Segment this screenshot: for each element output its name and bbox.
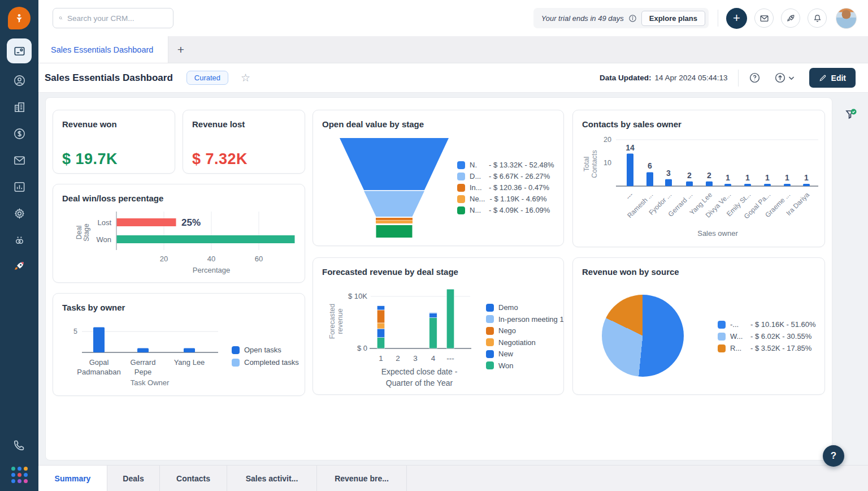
legend-value: - $ 10.16K - 51.60%: [750, 320, 816, 329]
svg-text:1: 1: [785, 173, 789, 182]
tab-sales-activities[interactable]: Sales activit...: [227, 466, 317, 491]
legend-value: - $ 4.09K - 16.09%: [489, 206, 550, 214]
legend-item[interactable]: -...- $ 10.16K - 51.60%: [718, 320, 816, 329]
email-button[interactable]: [754, 8, 774, 28]
tab-revenue-breakdown[interactable]: Revenue bre...: [317, 466, 407, 491]
legend-item[interactable]: In...- $ 120.36 - 0.47%: [457, 183, 549, 192]
sidebar-item-dashboard[interactable]: [7, 38, 32, 63]
legend-value: - $ 1.19K - 4.69%: [489, 195, 546, 203]
sidebar-item-contacts[interactable]: [7, 71, 32, 90]
revenue-lost-value: $ 7.32K: [192, 150, 296, 168]
deal-winloss-chart[interactable]: 20406080Lost25%Won75%PercentageDealStage: [62, 207, 296, 279]
svg-text:Yang Lee: Yang Lee: [174, 358, 205, 367]
sidebar-item-settings[interactable]: [7, 204, 32, 223]
legend-item[interactable]: In-person meeting 1: [486, 315, 564, 324]
tasks-by-owner-chart[interactable]: 5GopalPadmanabanGerrardPepeYang LeeTask …: [62, 316, 296, 392]
legend-item[interactable]: N.- $ 13.32K - 52.48%: [457, 161, 554, 169]
help-fab-button[interactable]: ?: [823, 445, 844, 467]
contacts-by-owner-chart[interactable]: 201014---6Ramesh ...3Fyodor ...2Gerrard …: [582, 133, 815, 243]
contact-icon: [13, 74, 26, 87]
revenue-by-source-chart[interactable]: -...- $ 10.16K - 51.60%W...- $ 6.02K - 3…: [582, 281, 815, 391]
legend-item[interactable]: Ne...- $ 1.19K - 4.69%: [457, 195, 547, 203]
info-icon[interactable]: [628, 14, 637, 23]
search-icon: [59, 14, 63, 23]
freddy-ai-icon: [13, 234, 26, 247]
topbar-divider: [718, 10, 718, 27]
svg-text:1: 1: [726, 173, 730, 182]
legend-swatch: [457, 206, 465, 214]
phone-icon[interactable]: [12, 438, 26, 454]
sidebar-item-freddy-ai[interactable]: [7, 230, 32, 249]
sidebar-item-getting-started[interactable]: [7, 257, 32, 276]
add-dashboard-tab-button[interactable]: +: [168, 36, 193, 63]
forecasted-revenue-chart[interactable]: $ 10K$ 01234---Expected close date -Quar…: [322, 281, 554, 391]
notifications-button[interactable]: [808, 8, 827, 28]
freshworks-logo[interactable]: [8, 7, 31, 29]
building-icon: [13, 101, 26, 114]
legend-value: - $ 3.52K - 17.85%: [750, 344, 811, 352]
dashboard-filter-button[interactable]: [843, 107, 858, 122]
svg-text:1: 1: [804, 173, 809, 182]
svg-text:Expected close date -: Expected close date -: [381, 367, 458, 376]
legend-item[interactable]: Negotiation: [486, 338, 536, 347]
explore-plans-button[interactable]: Explore plans: [641, 11, 705, 26]
pie-revenue-by-source[interactable]: [602, 295, 684, 377]
crm-app: Your trial ends in 49 days Explore plans…: [0, 0, 868, 491]
legend-swatch: [486, 350, 494, 358]
open-deal-funnel-chart[interactable]: N.- $ 13.32K - 52.48%D...- $ 6.67K - 26.…: [322, 133, 554, 242]
sidebar-item-accounts[interactable]: [7, 97, 32, 117]
card-title: Revenue lost: [192, 119, 296, 129]
card-title: Contacts by sales owner: [582, 119, 815, 129]
legend-swatch: [486, 304, 494, 312]
legend-label: -...: [730, 320, 746, 329]
curated-badge[interactable]: Curated: [186, 71, 228, 85]
freshworks-logo-glyph: [12, 11, 26, 25]
tab-deals[interactable]: Deals: [107, 466, 160, 491]
favorite-star-icon[interactable]: ☆: [241, 71, 250, 84]
legend-item[interactable]: D...- $ 6.67K - 26.27%: [457, 172, 550, 180]
legend-item[interactable]: Open tasks: [232, 346, 281, 354]
legend-item[interactable]: R...- $ 3.52K - 17.85%: [718, 344, 811, 352]
edit-button[interactable]: Edit: [809, 68, 856, 88]
card-title: Forecasted revenue by deal stage: [322, 267, 554, 277]
search-input[interactable]: [67, 14, 167, 23]
svg-text:25%: 25%: [181, 217, 201, 228]
legend-label: R...: [730, 344, 746, 352]
legend-swatch: [232, 346, 240, 354]
legend-item[interactable]: Demo: [486, 303, 518, 312]
legend-label: In...: [470, 183, 484, 192]
sidebar-item-email[interactable]: [7, 150, 32, 170]
report-tabs: Summary Deals Contacts Sales activit... …: [38, 465, 868, 491]
legend-label: New: [498, 350, 513, 358]
tab-summary[interactable]: Summary: [38, 466, 107, 491]
search-box[interactable]: [53, 8, 173, 28]
tab-sales-essentials-dashboard[interactable]: Sales Essentials Dashboard: [38, 36, 168, 63]
export-button[interactable]: [774, 72, 795, 84]
legend-label: Demo: [498, 303, 518, 312]
svg-text:---: ---: [446, 354, 454, 363]
titlebar-right: Data Updated: 14 Apr 2024 05:44:13: [600, 68, 856, 88]
help-circle-icon[interactable]: [749, 72, 761, 84]
app-switcher-icon[interactable]: [11, 467, 28, 483]
quick-add-button[interactable]: +: [726, 8, 747, 29]
analytics-icon: [13, 180, 26, 193]
sidebar-bottom: [11, 438, 28, 483]
legend-item[interactable]: Completed tasks: [232, 358, 299, 367]
legend-item[interactable]: Nego: [486, 326, 516, 335]
svg-text:2: 2: [396, 354, 400, 363]
svg-text:3: 3: [666, 169, 671, 178]
legend-item[interactable]: N...- $ 4.09K - 16.09%: [457, 206, 550, 214]
tab-contacts[interactable]: Contacts: [160, 466, 227, 491]
svg-text:Won: Won: [97, 235, 112, 244]
legend-item[interactable]: W...- $ 6.02K - 30.55%: [718, 332, 811, 341]
legend-item[interactable]: Won: [486, 361, 514, 370]
sidebar-item-analytics[interactable]: [7, 177, 32, 196]
legend-label: In-person meeting 1: [498, 315, 564, 324]
legend-label: D...: [470, 172, 484, 180]
user-avatar[interactable]: [836, 8, 857, 29]
svg-text:2: 2: [687, 171, 692, 180]
whats-new-button[interactable]: [781, 8, 800, 28]
svg-text:10: 10: [604, 159, 611, 167]
legend-item[interactable]: New: [486, 350, 513, 358]
sidebar-item-deals[interactable]: [7, 124, 32, 143]
